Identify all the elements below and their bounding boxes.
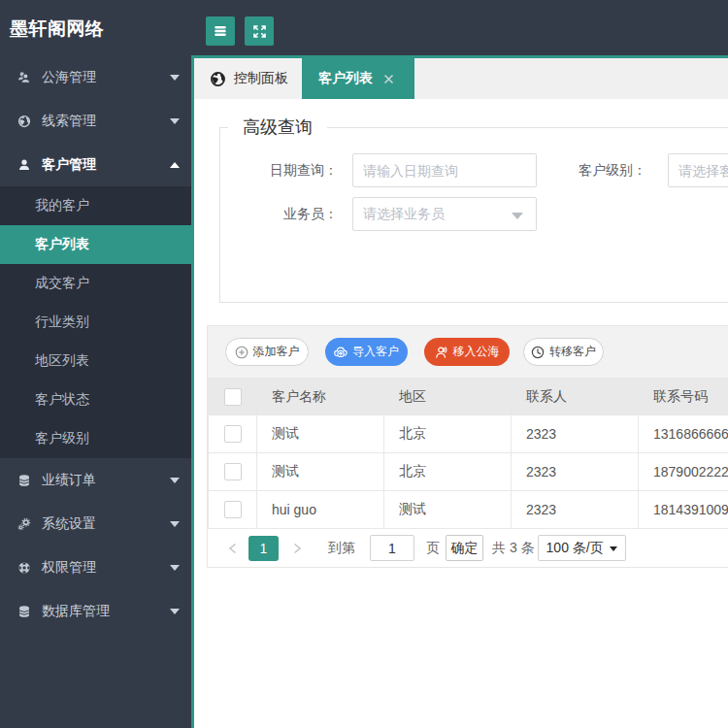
page-size-select[interactable]: 100 条/页: [538, 535, 626, 561]
cell-contact: 2323: [512, 453, 639, 491]
next-page-button[interactable]: [291, 543, 303, 554]
sidebar-item-label: 公海管理: [42, 69, 96, 86]
tab-label: 控制面板: [234, 70, 288, 87]
sidebar-item-permissions[interactable]: 权限管理: [0, 546, 191, 589]
prev-page-button[interactable]: [227, 543, 239, 554]
customer-level-input[interactable]: [668, 153, 728, 187]
current-page-button[interactable]: 1: [248, 536, 279, 561]
date-query-label: 日期查询：: [220, 162, 338, 180]
tab-label: 客户列表: [318, 70, 373, 87]
confirm-page-button[interactable]: 确定: [446, 535, 483, 561]
chevron-down-icon: [170, 609, 180, 614]
customer-table: 客户名称 地区 联系人 联系号码 测试 北京 2323 13168666666 …: [208, 378, 728, 529]
customer-level-label: 客户级别：: [579, 162, 646, 180]
user-icon: [17, 158, 31, 172]
chevron-down-icon: [170, 118, 180, 124]
sidebar-item-public-sea[interactable]: 公海管理: [0, 55, 191, 99]
sidebar-item-database[interactable]: 数据库管理: [0, 589, 191, 633]
cell-contact: 2323: [512, 491, 639, 529]
table-row: hui guo 测试 2323 18143910099: [209, 491, 728, 529]
salesman-label: 业务员：: [220, 206, 338, 223]
sidebar-item-label: 线索管理: [42, 113, 96, 130]
fullscreen-button[interactable]: [245, 17, 274, 46]
sidebar-subitem-customer-level[interactable]: 客户级别: [0, 419, 191, 458]
sidebar-item-customers[interactable]: 客户管理: [0, 143, 191, 186]
chevron-down-icon: [170, 565, 180, 571]
sidebar-subitem-my-customers[interactable]: 我的客户: [0, 186, 191, 225]
cell-region: 北京: [384, 415, 512, 453]
cell-name: 测试: [257, 415, 384, 453]
sidebar-subitem-customer-list[interactable]: 客户列表: [0, 225, 191, 264]
row-checkbox[interactable]: [224, 501, 242, 518]
app-title: 墨轩阁网络: [10, 0, 192, 55]
sidebar-item-label: 客户管理: [42, 156, 96, 174]
cell-phone: 18143910099: [639, 491, 728, 529]
date-query-input[interactable]: [352, 153, 537, 187]
clock-icon: [531, 346, 545, 359]
goto-page-input[interactable]: [370, 535, 414, 561]
toggle-sidebar-button[interactable]: [206, 17, 235, 46]
sidebar-submenu: 我的客户 客户列表 成交客户 行业类别 地区列表 客户状态 客户级别: [0, 186, 191, 458]
select-all-checkbox[interactable]: [224, 388, 242, 406]
button-label: 导入客户: [352, 344, 399, 360]
advanced-query-fieldset: 高级查询 日期查询： 客户级别： 业务员： 请选择业务员: [219, 127, 728, 303]
chevron-up-icon: [170, 162, 180, 168]
tab-dashboard[interactable]: 控制面板: [194, 58, 302, 99]
close-icon[interactable]: [383, 74, 394, 84]
cell-region: 北京: [384, 453, 512, 491]
row-checkbox[interactable]: [224, 463, 242, 480]
add-customer-button[interactable]: 添加客户: [225, 338, 309, 366]
user-icon: [435, 346, 448, 359]
button-label: 添加客户: [253, 344, 300, 360]
salesman-select[interactable]: 请选择业务员: [352, 197, 537, 231]
transfer-customer-button[interactable]: 转移客户: [523, 338, 604, 366]
table-toolbar: 添加客户 导入客户 移入公海 转移客户: [208, 326, 728, 378]
move-to-public-sea-button[interactable]: 移入公海: [424, 338, 510, 366]
total-count-label: 共 3 条: [492, 540, 535, 557]
table-row: 测试 北京 2323 18790022222: [209, 453, 728, 491]
advanced-query-title: 高级查询: [228, 116, 327, 138]
chevron-down-icon: [512, 213, 523, 219]
database-icon: [17, 474, 31, 487]
cell-name: 测试: [257, 453, 384, 491]
sidebar-item-orders[interactable]: 业绩订单: [0, 458, 191, 502]
sidebar-item-leads[interactable]: 线索管理: [0, 99, 191, 143]
pagination: 1 到第 页 确定 共 3 条 100 条/页: [208, 529, 728, 567]
sidebar-subitem-closed-customers[interactable]: 成交客户: [0, 264, 191, 303]
button-label: 转移客户: [549, 344, 596, 360]
page-unit-label: 页: [426, 540, 440, 557]
menu-icon: [212, 22, 229, 40]
table-header-row: 客户名称 地区 联系人 联系号码: [209, 379, 728, 415]
cloud-upload-icon: [334, 346, 347, 359]
main-content: 高级查询 日期查询： 客户级别： 业务员： 请选择业务员 添加客户 导入客户: [194, 99, 728, 728]
database-icon: [17, 605, 31, 618]
cell-phone: 13168666666: [639, 415, 728, 453]
column-header-contact: 联系人: [512, 379, 639, 415]
cell-contact: 2323: [512, 415, 639, 453]
tab-customer-list[interactable]: 客户列表: [302, 58, 414, 99]
import-customer-button[interactable]: 导入客户: [325, 338, 408, 366]
sidebar-subitem-region-list[interactable]: 地区列表: [0, 342, 191, 381]
globe-icon: [17, 115, 31, 128]
sidebar-item-label: 业绩订单: [42, 472, 96, 489]
row-checkbox[interactable]: [224, 425, 242, 443]
topbar: 墨轩阁网络: [0, 0, 728, 55]
salesman-select-placeholder: 请选择业务员: [363, 206, 445, 223]
column-header-name: 客户名称: [257, 379, 384, 415]
sidebar-subitem-industry-category[interactable]: 行业类别: [0, 303, 191, 342]
goto-page-label: 到第: [328, 540, 355, 557]
cell-name: hui guo: [257, 491, 384, 529]
button-label: 移入公海: [453, 344, 500, 360]
chevron-down-icon: [170, 478, 180, 483]
tabbar: 控制面板 客户列表: [194, 55, 728, 99]
users-icon: [17, 71, 31, 84]
sidebar-subitem-customer-status[interactable]: 客户状态: [0, 381, 191, 419]
cell-region: 测试: [384, 491, 512, 529]
sidebar-item-settings[interactable]: 系统设置: [0, 502, 191, 546]
sidebar: 公海管理 线索管理 客户管理 我的客户 客户列表 成交客户 行业类别 地区列表 …: [0, 55, 191, 728]
gears-icon: [17, 517, 31, 531]
lifering-icon: [17, 561, 31, 575]
cell-phone: 18790022222: [639, 453, 728, 491]
column-header-phone: 联系号码: [639, 379, 728, 415]
chevron-down-icon: [170, 521, 180, 527]
